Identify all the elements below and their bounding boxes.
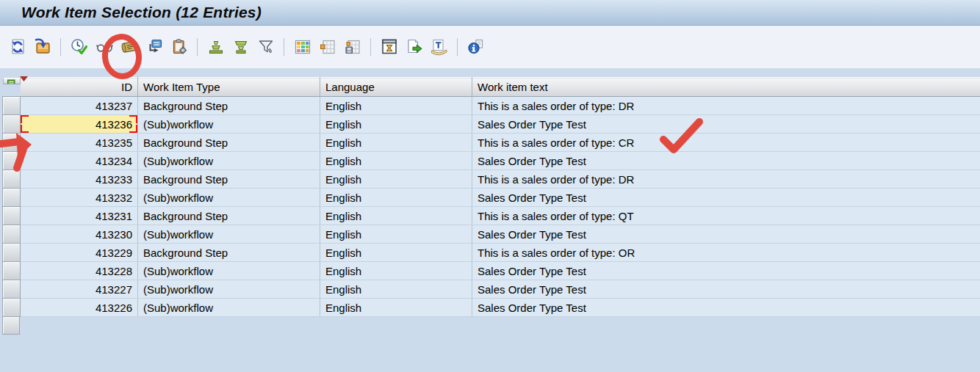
cell-id[interactable]: 413229 <box>21 244 138 262</box>
cell-text[interactable]: This is a sales order of type: QT <box>472 207 980 225</box>
cell-text: Sales Order Type Test <box>478 192 586 204</box>
cell-text: 413230 <box>96 228 132 241</box>
save-as-icon[interactable] <box>32 37 52 57</box>
row-selector[interactable] <box>3 170 21 189</box>
cell-id[interactable]: 413228 <box>21 262 138 280</box>
cell-language[interactable]: English <box>320 152 472 170</box>
save-layout-icon[interactable] <box>342 37 362 57</box>
cell-text[interactable]: This is a sales order of type: DR <box>472 97 980 115</box>
export-local-file-icon[interactable] <box>404 37 424 57</box>
cell-text[interactable]: Sales Order Type Test <box>472 262 980 280</box>
page-title: Work Item Selection (12 Entries) <box>0 4 262 21</box>
layout-views-icon[interactable] <box>292 37 312 57</box>
cell-language[interactable]: English <box>320 134 472 152</box>
cell-id[interactable]: 413235 <box>21 134 138 152</box>
word-processing-icon[interactable] <box>429 37 449 57</box>
cell-text[interactable]: Sales Order Type Test <box>472 115 980 134</box>
table-body: 413237Background StepEnglishThis is a sa… <box>3 97 980 317</box>
table-row: 413227(Sub)workflowEnglishSales Order Ty… <box>3 280 980 299</box>
cell-id[interactable]: 413230 <box>21 225 138 244</box>
cell-id[interactable]: 413236 <box>21 115 138 134</box>
row-selector[interactable] <box>3 207 21 225</box>
cell-language[interactable]: English <box>320 244 472 262</box>
column-header-language[interactable]: Language <box>320 78 472 97</box>
cell-type[interactable]: (Sub)workflow <box>138 280 320 299</box>
cell-id[interactable]: 413234 <box>21 152 138 170</box>
cell-text: This is a sales order of type: CR <box>478 136 634 149</box>
cell-text[interactable]: This is a sales order of type: DR <box>472 170 980 189</box>
table-row: 413231Background StepEnglishThis is a sa… <box>3 207 980 225</box>
print-preview-icon[interactable] <box>379 37 399 57</box>
cell-id[interactable]: 413232 <box>21 189 138 207</box>
cell-text: English <box>325 192 361 204</box>
row-selector[interactable] <box>3 115 21 134</box>
cell-language[interactable]: English <box>320 225 472 244</box>
workflow-step-icon[interactable] <box>144 37 164 57</box>
information-icon[interactable] <box>466 37 486 57</box>
cell-text[interactable]: Sales Order Type Test <box>472 299 980 317</box>
cell-type[interactable]: (Sub)workflow <box>138 299 320 317</box>
cell-id[interactable]: 413233 <box>21 170 138 189</box>
row-selector[interactable] <box>3 152 21 170</box>
row-selector[interactable] <box>3 262 21 280</box>
cell-language[interactable]: English <box>320 207 472 225</box>
row-selector[interactable] <box>3 97 21 115</box>
row-selector[interactable] <box>3 189 21 207</box>
cell-type[interactable]: Background Step <box>138 134 320 152</box>
cell-id[interactable]: 413231 <box>21 207 138 225</box>
cell-text[interactable]: Sales Order Type Test <box>472 280 980 299</box>
row-selector[interactable] <box>3 280 21 299</box>
refresh-icon[interactable] <box>7 37 27 57</box>
cell-type[interactable]: (Sub)workflow <box>138 225 320 244</box>
cell-type[interactable]: Background Step <box>138 170 320 189</box>
table-row: 413233Background StepEnglishThis is a sa… <box>3 170 980 189</box>
cell-type[interactable]: (Sub)workflow <box>138 189 320 207</box>
cell-type[interactable]: Background Step <box>138 207 320 225</box>
table-row: 413226(Sub)workflowEnglishSales Order Ty… <box>3 299 980 317</box>
cell-language[interactable]: English <box>320 262 472 280</box>
cell-text[interactable]: Sales Order Type Test <box>472 225 980 244</box>
sort-ascending-icon[interactable] <box>206 37 226 57</box>
cell-text[interactable]: Sales Order Type Test <box>472 189 980 207</box>
cell-language[interactable]: English <box>320 299 472 317</box>
toolbar-separator <box>60 38 61 56</box>
cell-type[interactable]: (Sub)workflow <box>138 152 320 170</box>
cell-type[interactable]: (Sub)workflow <box>138 115 320 134</box>
row-selector-stub[interactable] <box>2 316 20 335</box>
row-selector[interactable] <box>3 299 21 317</box>
cell-language[interactable]: English <box>320 170 472 189</box>
cell-text[interactable]: This is a sales order of type: OR <box>472 244 980 262</box>
cell-language[interactable]: English <box>320 97 472 115</box>
cell-text: (Sub)workflow <box>143 192 213 204</box>
cell-id[interactable]: 413237 <box>21 97 138 115</box>
row-selector[interactable] <box>3 225 21 244</box>
display-glasses-icon[interactable] <box>94 37 114 57</box>
cell-type[interactable]: (Sub)workflow <box>138 262 320 280</box>
change-layout-icon[interactable] <box>317 37 337 57</box>
cell-type[interactable]: Background Step <box>138 244 320 262</box>
cell-language[interactable]: English <box>320 115 472 134</box>
cell-text: 413236 <box>96 118 132 131</box>
log-icon[interactable] <box>119 37 139 57</box>
column-header-text[interactable]: Work item text <box>472 78 980 97</box>
cell-text: Sales Order Type Test <box>478 283 586 296</box>
cell-text[interactable]: Sales Order Type Test <box>472 152 980 170</box>
cell-text[interactable]: This is a sales order of type: CR <box>472 134 980 152</box>
services-clipboard-icon[interactable] <box>169 37 189 57</box>
cell-type[interactable]: Background Step <box>138 97 320 115</box>
sort-descending-icon[interactable] <box>231 37 251 57</box>
select-all-button[interactable] <box>3 78 21 84</box>
filter-icon[interactable] <box>256 37 275 57</box>
column-header-type[interactable]: Work Item Type <box>138 78 320 97</box>
cell-id[interactable]: 413227 <box>21 280 138 299</box>
table-row: 413229Background StepEnglishThis is a sa… <box>3 244 980 262</box>
schedule-check-icon[interactable] <box>69 37 89 57</box>
row-selector[interactable] <box>3 134 21 152</box>
cell-text: 413232 <box>96 192 132 204</box>
column-header-id[interactable]: ID <box>21 78 138 97</box>
cell-language[interactable]: English <box>320 280 472 299</box>
cell-text: (Sub)workflow <box>143 302 213 314</box>
cell-language[interactable]: English <box>320 189 472 207</box>
row-selector[interactable] <box>3 244 21 262</box>
cell-id[interactable]: 413226 <box>21 299 138 317</box>
